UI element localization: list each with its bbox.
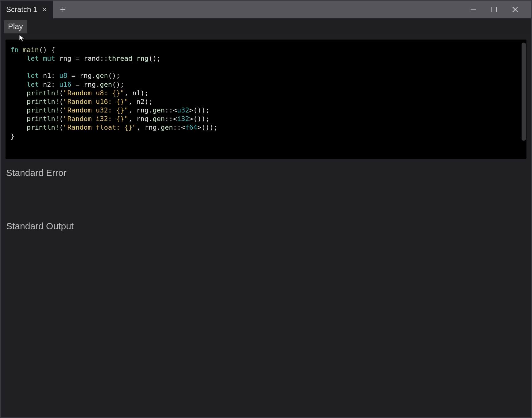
window-controls	[470, 1, 531, 18]
code-editor[interactable]: fn main() { let mut rng = rand::thread_r…	[6, 40, 526, 159]
new-tab-button[interactable]	[53, 1, 73, 18]
maximize-icon[interactable]	[491, 6, 498, 13]
tab-label: Scratch 1	[6, 5, 37, 14]
tab-strip: Scratch 1	[1, 1, 73, 18]
toolbar: Play	[1, 18, 531, 35]
tab-scratch-1[interactable]: Scratch 1	[1, 1, 53, 18]
app-window: Scratch 1 Play f	[1, 1, 531, 417]
content-area: fn main() { let mut rng = rand::thread_r…	[1, 35, 531, 417]
close-window-icon[interactable]	[512, 6, 519, 13]
svg-rect-0	[471, 10, 476, 10]
svg-rect-1	[492, 7, 497, 12]
close-tab-icon[interactable]	[41, 7, 48, 12]
play-button[interactable]: Play	[4, 20, 27, 33]
stdout-heading: Standard Output	[6, 212, 526, 235]
scrollbar-vertical[interactable]	[522, 43, 526, 141]
titlebar: Scratch 1	[1, 1, 531, 18]
minimize-icon[interactable]	[470, 6, 477, 13]
stderr-heading: Standard Error	[6, 159, 526, 182]
